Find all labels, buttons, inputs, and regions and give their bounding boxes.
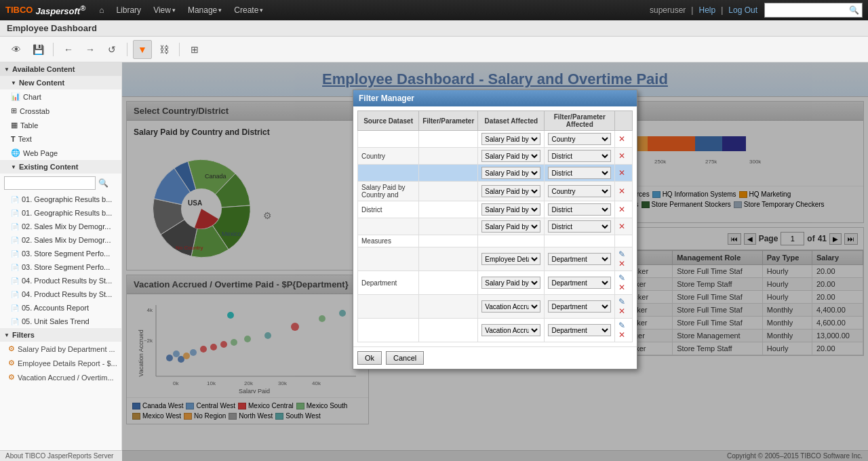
modal-table-row: Salary Paid by Department ...Country✕ xyxy=(358,131,633,148)
dataset-select[interactable]: Employee Details Report - SP... xyxy=(481,253,540,265)
delete-row-icon[interactable]: ✕ xyxy=(618,306,625,316)
dataset-select[interactable]: Salary Paid by Department ... xyxy=(481,203,540,216)
ds-filter-select[interactable]: Department xyxy=(548,300,611,313)
sidebar-filter-item[interactable]: ⚙Salary Paid by Department ... xyxy=(0,342,121,356)
edit-row-icon[interactable]: ✎ xyxy=(618,321,625,330)
sidebar-existing-item[interactable]: 📄03. Store Segment Perfo... xyxy=(0,247,121,260)
sidebar-existing-item[interactable]: 📄05. Unit Sales Trend xyxy=(0,315,121,328)
filters-header[interactable]: ▼ Filters xyxy=(0,328,121,342)
sidebar-item-webpage[interactable]: 🌐 Web Page xyxy=(0,146,121,160)
chart-label: Chart xyxy=(23,93,41,101)
col-actions xyxy=(615,111,633,131)
filter-icon: ⚙ xyxy=(8,344,15,353)
dataset-select[interactable]: Salary Paid by Department ... xyxy=(481,150,540,162)
dataset-select[interactable]: Salary Paid by Department ... xyxy=(481,185,540,197)
ds-filter-select[interactable]: District xyxy=(548,220,611,233)
save-button[interactable]: 💾 xyxy=(28,40,47,59)
modal-table-row: DepartmentSalary Paid by Department ...D… xyxy=(358,271,633,295)
link-button[interactable]: ⛓ xyxy=(155,40,174,59)
toolbar-separator-1 xyxy=(53,43,54,56)
dataset-select[interactable]: Salary Paid by Department ... xyxy=(481,277,540,289)
sidebar-existing-item[interactable]: 📄01. Geographic Results b... xyxy=(0,193,121,206)
sidebar-existing-item[interactable]: 📄05. Accounts Report xyxy=(0,301,121,315)
dataset-select[interactable]: Vacation Accrued / Overtime ... xyxy=(481,324,540,336)
col-source-dataset: Source Dataset xyxy=(358,111,419,131)
dataset-select[interactable]: Vacation Accrued / Overtime ... xyxy=(481,300,540,313)
edit-row-icon[interactable]: ✎ xyxy=(618,249,625,259)
ds-filter-select[interactable]: District xyxy=(548,150,611,162)
sidebar-filter-item[interactable]: ⚙Vacation Accrued / Overtim... xyxy=(0,370,121,384)
reset-button[interactable]: ↺ xyxy=(102,40,121,59)
home-nav-button[interactable]: ⌂ xyxy=(94,0,109,20)
manage-arrow-icon: ▾ xyxy=(218,7,222,14)
undo-button[interactable]: ← xyxy=(59,40,78,59)
sidebar-item-chart[interactable]: 📊 Chart xyxy=(0,89,121,104)
doc-icon: 📄 xyxy=(11,318,19,325)
dataset-select[interactable]: Salary Paid by Department ... xyxy=(481,167,540,179)
delete-row-icon[interactable]: ✕ xyxy=(618,222,625,231)
ds-filter-select[interactable]: District xyxy=(548,167,611,179)
ds-filter-select[interactable]: Department xyxy=(548,253,611,265)
delete-row-icon[interactable]: ✕ xyxy=(618,186,625,196)
status-left: About TIBCO JasperReports Server xyxy=(5,452,113,460)
sidebar-item-text[interactable]: T Text xyxy=(0,132,121,146)
filter-manager-table: Source Dataset Filter/Parameter Dataset … xyxy=(357,111,633,342)
delete-row-icon[interactable]: ✕ xyxy=(618,259,625,268)
username: superuser xyxy=(650,5,686,15)
existing-content-arrow: ▼ xyxy=(11,164,16,170)
search-icon[interactable]: 🔍 xyxy=(849,5,859,15)
sidebar-search-input[interactable] xyxy=(4,176,96,190)
ds-filter-select[interactable]: District xyxy=(548,203,611,216)
doc-icon: 📄 xyxy=(11,304,19,312)
sidebar-filter-item[interactable]: ⚙Employee Details Report - $... xyxy=(0,356,121,370)
view-nav-item[interactable]: View ▾ xyxy=(148,0,181,20)
nav-sep-1: | xyxy=(691,5,693,15)
sidebar-existing-item[interactable]: 📄02. Sales Mix by Demogr... xyxy=(0,233,121,247)
ds-filter-select[interactable]: Department xyxy=(548,277,611,289)
sidebar-existing-item[interactable]: 📄04. Product Results by St... xyxy=(0,287,121,301)
delete-row-icon[interactable]: ✕ xyxy=(618,168,625,178)
delete-row-icon[interactable]: ✕ xyxy=(618,205,625,214)
text-icon: T xyxy=(11,135,16,143)
existing-content-label: Existing Content xyxy=(19,163,78,171)
delete-row-icon[interactable]: ✕ xyxy=(618,151,625,161)
redo-button[interactable]: → xyxy=(81,40,100,59)
ds-filter-select[interactable]: Department xyxy=(548,324,611,336)
new-content-header[interactable]: ▼ New Content xyxy=(0,76,121,89)
sidebar-search-icon[interactable]: 🔍 xyxy=(98,178,108,188)
ds-filter-select[interactable]: Country xyxy=(548,185,611,197)
modal-cancel-button[interactable]: Cancel xyxy=(386,351,424,365)
sidebar-item-table[interactable]: ▦ Table xyxy=(0,118,121,132)
view-mode-button[interactable]: 👁 xyxy=(7,40,26,59)
edit-row-icon[interactable]: ✎ xyxy=(618,297,625,306)
webpage-label: Web Page xyxy=(23,149,58,157)
library-nav-item[interactable]: Library xyxy=(111,0,146,20)
delete-row-icon[interactable]: ✕ xyxy=(618,283,625,292)
manage-nav-item[interactable]: Manage ▾ xyxy=(182,0,227,20)
delete-row-icon[interactable]: ✕ xyxy=(618,134,625,144)
grid-button[interactable]: ⊞ xyxy=(185,40,204,59)
user-area: superuser | Help | Log Out xyxy=(650,5,757,15)
dataset-select[interactable]: Salary Paid by Department ... xyxy=(481,220,540,233)
sidebar-item-crosstab[interactable]: ⊞ Crosstab xyxy=(0,104,121,118)
delete-row-icon[interactable]: ✕ xyxy=(618,330,625,340)
existing-content-header[interactable]: ▼ Existing Content xyxy=(0,160,121,174)
filter-button[interactable]: ▼ xyxy=(133,40,152,59)
nav-sep-2: | xyxy=(721,5,723,15)
ds-filter-select[interactable]: Country xyxy=(548,133,611,145)
logout-link[interactable]: Log Out xyxy=(728,5,757,15)
edit-row-icon[interactable]: ✎ xyxy=(618,273,625,283)
sidebar-existing-item[interactable]: 📄04. Product Results by St... xyxy=(0,274,121,287)
help-link[interactable]: Help xyxy=(698,5,715,15)
search-input[interactable] xyxy=(768,6,849,14)
sidebar-existing-item[interactable]: 📄03. Store Segment Perfo... xyxy=(0,260,121,274)
main-layout: ▼ Available Content ▼ New Content 📊 Char… xyxy=(0,62,868,461)
sidebar-existing-item[interactable]: 📄01. Geographic Results b... xyxy=(0,206,121,220)
modal-ok-button[interactable]: Ok xyxy=(357,351,382,365)
library-label: Library xyxy=(116,5,141,15)
create-nav-item[interactable]: Create ▾ xyxy=(229,0,269,20)
sidebar-existing-item[interactable]: 📄02. Sales Mix by Demogr... xyxy=(0,220,121,233)
available-content-header[interactable]: ▼ Available Content xyxy=(0,62,121,76)
dataset-select[interactable]: Salary Paid by Department ... xyxy=(481,133,540,145)
filter-items-list: ⚙Salary Paid by Department ...⚙Employee … xyxy=(0,342,121,384)
